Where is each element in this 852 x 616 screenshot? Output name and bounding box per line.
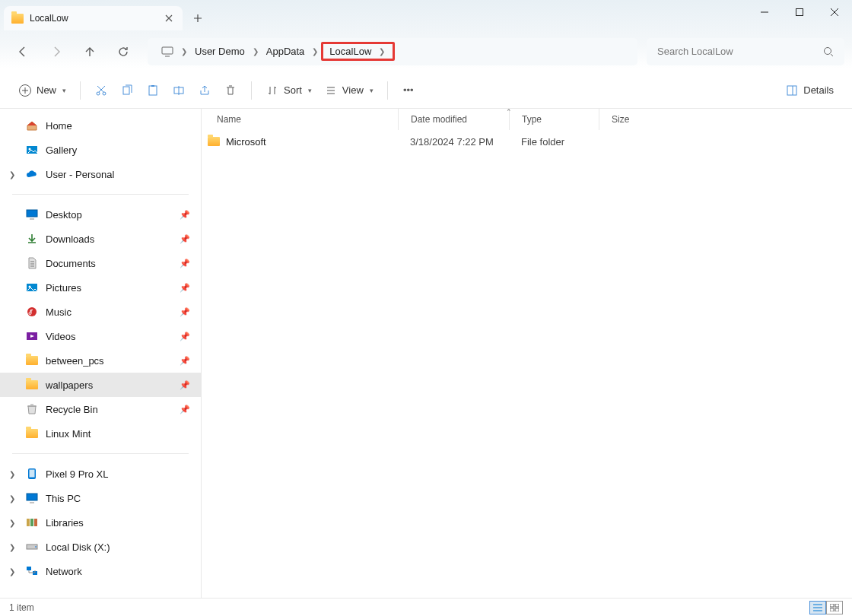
breadcrumb-segment-highlighted[interactable]: LocalLow ❯ (321, 42, 395, 61)
thumbnails-view-toggle[interactable] (826, 601, 843, 614)
new-label: New (37, 84, 56, 96)
view-button[interactable]: View ▾ (318, 79, 380, 102)
column-headers: Name ⌃ Date modified Type Size (202, 109, 852, 130)
sidebar-item[interactable]: Documents📌 (0, 251, 201, 275)
sidebar-item-label: Recycle Bin (46, 404, 98, 415)
pin-icon[interactable]: 📌 (180, 307, 190, 317)
paste-button[interactable] (140, 79, 166, 102)
chevron-down-icon: ▾ (308, 87, 312, 94)
pin-icon[interactable]: 📌 (180, 210, 190, 220)
svg-rect-0 (796, 9, 803, 16)
sidebar-item[interactable]: wallpapers📌 (0, 373, 201, 397)
sidebar-item-label: Network (46, 566, 82, 577)
sidebar-item[interactable]: ❯Pixel 9 Pro XL (0, 462, 201, 486)
pin-icon[interactable]: 📌 (180, 234, 190, 244)
column-header-type[interactable]: Type (509, 109, 599, 130)
status-text: 1 item (9, 602, 34, 613)
view-toggles (809, 601, 843, 614)
column-header-size[interactable]: Size (599, 109, 667, 130)
breadcrumb[interactable]: ❯ User Demo ❯ AppData ❯ LocalLow ❯ (148, 38, 637, 65)
svg-rect-28 (27, 567, 31, 570)
maximize-button[interactable] (782, 0, 817, 24)
sidebar: HomeGallery❯User - PersonalDesktop📌Downl… (0, 109, 202, 598)
back-button[interactable] (8, 38, 38, 65)
breadcrumb-label: LocalLow (329, 46, 371, 57)
chevron-right-icon[interactable]: ❯ (9, 170, 15, 179)
sidebar-item[interactable]: Music📌 (0, 300, 201, 324)
close-icon[interactable] (163, 12, 175, 24)
address-bar-row: ❯ User Demo ❯ AppData ❯ LocalLow ❯ Searc… (0, 30, 852, 72)
sidebar-item[interactable]: Gallery (0, 138, 201, 162)
sidebar-item[interactable]: Home (0, 113, 201, 138)
details-button[interactable]: Details (779, 79, 840, 102)
sidebar-item-label: Linux Mint (46, 428, 91, 440)
svg-rect-31 (835, 604, 839, 607)
sidebar-item[interactable]: ❯Local Disk (X:) (0, 535, 201, 559)
minimize-button[interactable] (747, 0, 782, 24)
close-window-button[interactable] (817, 0, 852, 24)
pin-icon[interactable]: 📌 (180, 380, 190, 390)
file-row[interactable]: Microsoft3/18/2024 7:22 PMFile folder (202, 130, 852, 153)
chevron-right-icon[interactable]: ❯ (9, 519, 15, 527)
sidebar-item[interactable]: ❯Libraries (0, 510, 201, 535)
details-view-toggle[interactable] (809, 601, 826, 614)
up-button[interactable] (75, 38, 105, 65)
column-header-date[interactable]: Date modified (398, 109, 509, 130)
chevron-right-icon[interactable]: ❯ (251, 47, 260, 56)
pin-icon[interactable]: 📌 (180, 332, 190, 341)
delete-button[interactable] (218, 79, 243, 102)
refresh-button[interactable] (108, 38, 138, 65)
cut-button[interactable] (88, 79, 114, 102)
breadcrumb-segment[interactable]: User Demo (189, 38, 251, 65)
sidebar-item[interactable]: Desktop📌 (0, 202, 201, 227)
chevron-right-icon[interactable]: ❯ (9, 543, 15, 551)
new-tab-button[interactable] (186, 6, 210, 30)
sidebar-item-label: Local Disk (X:) (46, 541, 110, 553)
sidebar-item-label: Downloads (46, 233, 94, 245)
svg-rect-21 (27, 494, 37, 500)
svg-point-27 (35, 546, 37, 548)
sort-button[interactable]: Sort ▾ (259, 79, 318, 102)
bin-icon (26, 403, 38, 415)
forward-button[interactable] (41, 38, 72, 65)
breadcrumb-segment[interactable]: AppData (260, 38, 311, 65)
chevron-right-icon[interactable]: ❯ (9, 494, 15, 503)
chevron-right-icon[interactable]: ❯ (180, 47, 189, 56)
tab-active[interactable]: LocalLow (4, 6, 183, 30)
sidebar-item-label: Documents (46, 258, 96, 269)
column-header-name[interactable]: Name (202, 109, 398, 130)
new-button[interactable]: New ▾ (12, 79, 72, 102)
sidebar-item[interactable]: Videos📌 (0, 324, 201, 348)
sidebar-item[interactable]: ❯Network (0, 559, 201, 583)
pc-icon[interactable] (155, 38, 180, 65)
gallery-icon (26, 144, 38, 156)
chevron-right-icon[interactable]: ❯ (310, 47, 320, 56)
more-button[interactable]: ••• (396, 79, 421, 102)
copy-button[interactable] (114, 79, 140, 102)
pin-icon[interactable]: 📌 (180, 283, 190, 293)
copy-icon (120, 84, 134, 97)
pin-icon[interactable]: 📌 (180, 259, 190, 268)
sidebar-item-label: This PC (46, 493, 81, 504)
chevron-right-icon[interactable]: ❯ (9, 470, 15, 478)
sidebar-item[interactable]: Recycle Bin📌 (0, 397, 201, 421)
file-type: File folder (509, 136, 599, 148)
svg-rect-24 (30, 519, 33, 526)
search-input[interactable]: Search LocalLow (647, 38, 844, 65)
sidebar-item[interactable]: Downloads📌 (0, 227, 201, 251)
cut-icon (94, 84, 108, 97)
sidebar-item[interactable]: Pictures📌 (0, 275, 201, 300)
search-icon[interactable] (823, 46, 834, 57)
chevron-down-icon: ▾ (370, 87, 374, 94)
chevron-right-icon[interactable]: ❯ (9, 567, 15, 576)
pin-icon[interactable]: 📌 (180, 405, 190, 414)
pin-icon[interactable]: 📌 (180, 356, 190, 366)
sidebar-item[interactable]: Linux Mint (0, 421, 201, 446)
sidebar-item[interactable]: ❯User - Personal (0, 162, 201, 186)
svg-rect-20 (30, 470, 35, 478)
share-button[interactable] (192, 79, 218, 102)
chevron-right-icon[interactable]: ❯ (377, 47, 386, 56)
sidebar-item[interactable]: between_pcs📌 (0, 348, 201, 373)
rename-button[interactable] (166, 79, 192, 102)
sidebar-item[interactable]: ❯This PC (0, 486, 201, 510)
